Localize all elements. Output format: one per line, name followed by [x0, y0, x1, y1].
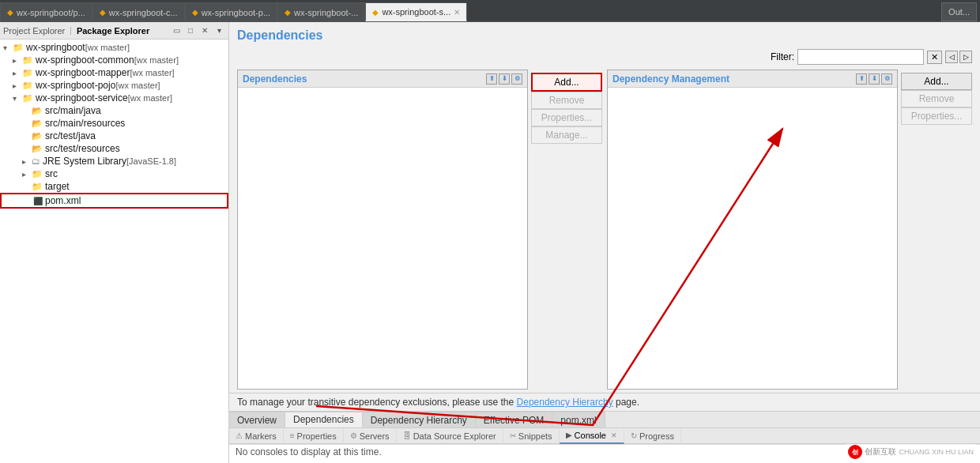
tab-wx-springboot-c[interactable]: ◆ wx-springboot-c... [92, 2, 185, 21]
deps-col-header-dependencies: Dependencies ⬆ ⬇ ⚙ [238, 70, 527, 88]
deps-col-icon-1[interactable]: ⬆ [486, 73, 497, 85]
panel-menu-icon[interactable]: ▾ [213, 24, 225, 37]
tree-item-pojo[interactable]: ▸ 📁 wx-springboot-pojo [wx master] [0, 79, 228, 92]
content-area: Project Explorer | Package Explorer ▭ □ … [0, 22, 980, 463]
tree-item-src-main-java[interactable]: 📂 src/main/java [0, 104, 228, 117]
filter-row: Filter: ✕ ◁ ▷ [237, 49, 972, 65]
watermark-logo: 创 [848, 445, 862, 459]
tab-dependencies[interactable]: Dependencies [285, 412, 363, 427]
panel-minimize-icon[interactable]: ▭ [170, 24, 183, 37]
tree-item-src[interactable]: ▸ 📁 src [0, 168, 228, 180]
right-panel: Dependencies Filter: ✕ ◁ ▷ [229, 22, 980, 463]
panel-tab-package[interactable]: Package Explorer [77, 26, 149, 36]
filter-label: Filter: [771, 51, 794, 62]
tree-item-src-test-java[interactable]: 📂 src/test/java [0, 130, 228, 142]
remove-dependency-button: Remove [531, 92, 602, 109]
tab-overview[interactable]: Overview [229, 412, 285, 427]
tree-item-jre[interactable]: ▸ 🗂 JRE System Library [JavaSE-1.8] [0, 155, 228, 168]
deps-col-header-management: Dependency Management ⬆ ⬇ ⚙ [608, 70, 897, 88]
tab-dep-hierarchy[interactable]: Dependency Hierarchy [363, 412, 476, 427]
left-panel: Project Explorer | Package Explorer ▭ □ … [0, 22, 229, 463]
deps-col-management: Dependency Management ⬆ ⬇ ⚙ [607, 70, 898, 390]
deps-left-group: Dependencies ⬆ ⬇ ⚙ Add [237, 70, 602, 390]
footer-tab-progress[interactable]: ↻ Progress [624, 428, 681, 444]
footer-tab-properties[interactable]: ≡ Properties [284, 428, 344, 444]
deps-col-body-dependencies [238, 88, 527, 389]
servers-icon: ⚙ [350, 431, 357, 440]
console-close-icon[interactable]: ✕ [611, 431, 617, 439]
deps-buttons-dependencies: Add... Remove Properties... Manage... [531, 70, 602, 390]
datasource-icon: 🗄 [403, 431, 411, 440]
deps-mgmt-icon-3[interactable]: ⚙ [881, 73, 892, 85]
bottom-tabs: Overview Dependencies Dependency Hierarc… [229, 411, 980, 428]
tab-wx-springboot-po[interactable]: ◆ wx-springboot-p... [185, 2, 277, 21]
tree-area: ▾ 📁 wx-springboot [wx master] ▸ 📁 wx-spr… [0, 40, 228, 463]
tree-item-pom[interactable]: ⬛ pom.xml [0, 193, 228, 209]
filter-btn-2[interactable]: ▷ [959, 51, 972, 63]
tab-icon-4: ◆ [285, 8, 291, 17]
markers-icon: ⚠ [236, 431, 243, 440]
editor-area: Dependencies Filter: ✕ ◁ ▷ [229, 22, 980, 393]
watermark-sub: CHUANG XIN HU LIAN [899, 448, 974, 456]
progress-icon: ↻ [631, 431, 637, 440]
panel-maximize-icon[interactable]: □ [184, 24, 197, 37]
tree-item-wx-springboot[interactable]: ▾ 📁 wx-springboot [wx master] [0, 41, 228, 54]
tab-icon-s: ◆ [372, 8, 379, 17]
properties-management-button: Properties... [901, 107, 972, 125]
tab-icon-po: ◆ [192, 8, 198, 17]
tree-item-src-main-res[interactable]: 📂 src/main/resources [0, 117, 228, 130]
deps-col-body-management [608, 88, 897, 389]
editor-tab-bar: ◆ wx-springboot/p... ◆ wx-springboot-c..… [0, 0, 980, 22]
add-dependency-button[interactable]: Add... [531, 73, 602, 92]
footer-tab-datasource[interactable]: 🗄 Data Source Explorer [397, 428, 503, 444]
remove-management-button: Remove [901, 90, 972, 107]
deps-columns: Dependencies ⬆ ⬇ ⚙ Add [237, 70, 972, 390]
footer-tab-snippets[interactable]: ✂ Snippets [503, 428, 560, 444]
tab-icon-p: ◆ [7, 8, 13, 17]
tab-icon-c: ◆ [100, 8, 106, 17]
tree-item-mapper[interactable]: ▸ 📁 wx-springboot-mapper [wx master] [0, 66, 228, 79]
filter-input[interactable] [797, 49, 924, 65]
footer-tab-markers[interactable]: ⚠ Markers [229, 428, 284, 444]
filter-btn-1[interactable]: ◁ [945, 51, 958, 63]
main-container: ◆ wx-springboot/p... ◆ wx-springboot-c..… [0, 0, 980, 463]
deps-col-dependencies: Dependencies ⬆ ⬇ ⚙ [237, 70, 528, 390]
editor-title: Dependencies [237, 28, 972, 43]
tab-wx-springboot-s[interactable]: ◆ wx-springboot-s... ✕ [365, 2, 467, 21]
console-icon: ▶ [566, 431, 572, 439]
dependency-hierarchy-link[interactable]: Dependency Hierarchy [517, 397, 613, 408]
manage-dependency-button: Manage... [531, 126, 602, 144]
watermark-text: 创新互联 [865, 446, 896, 457]
bottom-message: To manage your transitive dependency exc… [229, 393, 980, 411]
filter-clear-button[interactable]: ✕ [927, 51, 942, 64]
footer-tab-servers[interactable]: ⚙ Servers [344, 428, 397, 444]
deps-mgmt-icon-2[interactable]: ⬇ [869, 73, 880, 85]
tree-item-target[interactable]: 📁 target [0, 180, 228, 193]
tab-wx-springboot-4[interactable]: ◆ wx-springboot-... [277, 2, 365, 21]
footer-tab-console[interactable]: ▶ Console ✕ [560, 428, 624, 444]
tab-effective-pom[interactable]: Effective POM [476, 412, 552, 427]
deps-col-icon-3[interactable]: ⚙ [511, 73, 522, 85]
panel-close-icon[interactable]: ✕ [198, 24, 211, 37]
deps-col-icon-2[interactable]: ⬇ [499, 73, 510, 85]
tab-wx-springboot-p[interactable]: ◆ wx-springboot/p... [0, 2, 92, 21]
properties-icon: ≡ [290, 431, 295, 440]
add-management-button[interactable]: Add... [901, 73, 972, 90]
deps-right-group: Dependency Management ⬆ ⬇ ⚙ [607, 70, 972, 390]
tab-pom-xml[interactable]: pom.xml [552, 412, 605, 427]
properties-dependency-button: Properties... [531, 109, 602, 126]
footer-tabs: ⚠ Markers ≡ Properties ⚙ Servers 🗄 Data … [229, 428, 980, 444]
tree-item-src-test-res[interactable]: 📂 src/test/resources [0, 142, 228, 155]
panel-header: Project Explorer | Package Explorer ▭ □ … [0, 22, 228, 40]
watermark: 创 创新互联 CHUANG XIN HU LIAN [845, 444, 977, 460]
deps-buttons-management: Add... Remove Properties... [901, 70, 972, 390]
out-button[interactable]: Out... [941, 2, 977, 21]
snippets-icon: ✂ [510, 431, 516, 440]
tree-item-service[interactable]: ▾ 📁 wx-springboot-service [wx master] [0, 92, 228, 104]
deps-mgmt-icon-1[interactable]: ⬆ [856, 73, 867, 85]
panel-tab-project[interactable]: Project Explorer [3, 26, 65, 36]
tab-close-icon[interactable]: ✕ [454, 8, 460, 17]
tree-item-common[interactable]: ▸ 📁 wx-springboot-common [wx master] [0, 54, 228, 66]
